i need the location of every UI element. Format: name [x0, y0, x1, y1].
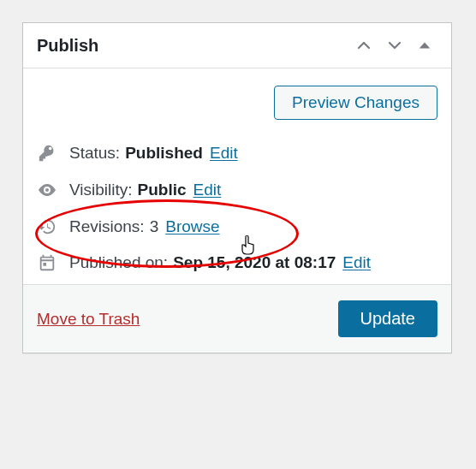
published-edit-link[interactable]: Edit: [342, 253, 371, 272]
preview-changes-button[interactable]: Preview Changes: [274, 86, 437, 120]
status-value: Published: [125, 144, 203, 163]
visibility-value: Public: [138, 181, 187, 199]
eye-icon: [37, 180, 57, 200]
preview-row: Preview Changes: [37, 79, 437, 135]
move-up-button[interactable]: [348, 33, 379, 57]
panel-body: Preview Changes Status: Published Edit V…: [23, 68, 451, 284]
status-label: Status:: [69, 144, 120, 163]
revisions-value: 3: [150, 217, 159, 236]
published-row: Published on: Sep 15, 2020 at 08:17 Edit: [37, 245, 437, 281]
status-edit-link[interactable]: Edit: [210, 144, 238, 163]
visibility-label: Visibility:: [69, 181, 133, 199]
published-label: Published on:: [69, 253, 168, 272]
key-icon: [37, 144, 57, 163]
update-button[interactable]: Update: [338, 300, 438, 337]
revisions-label: Revisions:: [69, 217, 145, 236]
published-value: Sep 15, 2020 at 08:17: [173, 253, 336, 272]
revisions-row: Revisions: 3 Browse: [37, 209, 437, 245]
status-row: Status: Published Edit: [37, 135, 437, 171]
move-down-button[interactable]: [379, 33, 410, 57]
toggle-panel-button[interactable]: [410, 34, 439, 56]
caret-up-icon: [417, 38, 432, 53]
history-icon: [37, 217, 57, 236]
panel-header: Publish: [23, 23, 451, 68]
move-to-trash-link[interactable]: Move to Trash: [37, 310, 140, 329]
panel-footer: Move to Trash Update: [23, 284, 451, 353]
panel-title: Publish: [37, 36, 348, 56]
revisions-browse-link[interactable]: Browse: [165, 217, 219, 236]
chevron-up-icon: [355, 37, 372, 54]
publish-metabox: Publish Preview Changes Status: Publishe…: [22, 22, 452, 353]
calendar-icon: [37, 253, 57, 272]
chevron-down-icon: [386, 37, 403, 54]
visibility-row: Visibility: Public Edit: [37, 171, 437, 209]
visibility-edit-link[interactable]: Edit: [193, 181, 222, 199]
